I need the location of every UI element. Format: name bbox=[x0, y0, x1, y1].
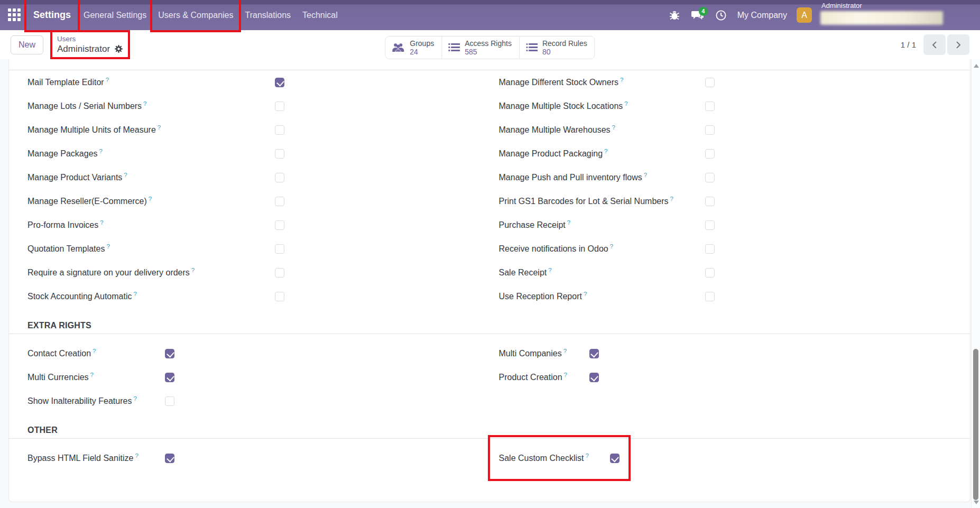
checkbox[interactable] bbox=[705, 173, 715, 182]
content-background: Mail Template Editor?Manage Lots / Seria… bbox=[0, 59, 980, 508]
field-label: Quotation Templates? bbox=[27, 243, 275, 254]
field-label: Manage Multiple Warehouses? bbox=[499, 124, 705, 135]
checkbox[interactable] bbox=[275, 292, 284, 301]
checkbox[interactable] bbox=[275, 125, 284, 135]
access-right-row: Pro-forma Invoices? bbox=[27, 213, 284, 237]
rights-section: Mail Template Editor?Manage Lots / Seria… bbox=[9, 70, 970, 308]
stat-label: Record Rules bbox=[542, 39, 587, 48]
checkbox[interactable] bbox=[610, 454, 620, 463]
nav-item-general-settings[interactable]: General Settings bbox=[78, 0, 152, 30]
help-question-icon: ? bbox=[567, 219, 570, 226]
field-label: Manage Multiple Stock Locations? bbox=[499, 100, 705, 111]
nav-item-settings[interactable]: Settings bbox=[26, 0, 78, 30]
checkbox[interactable] bbox=[705, 197, 715, 206]
stat-label: Access Rights bbox=[465, 39, 512, 48]
scrollbar-down-arrow-icon[interactable] bbox=[974, 501, 979, 504]
access-right-row: Manage Product Variants? bbox=[27, 165, 284, 189]
checkbox[interactable] bbox=[705, 149, 715, 159]
nav-item-technical[interactable]: Technical bbox=[297, 0, 344, 30]
access-right-row: Bypass HTML Field Sanitize? bbox=[27, 446, 174, 470]
checkbox[interactable] bbox=[705, 268, 715, 278]
section-title: EXTRA RIGHTS bbox=[9, 321, 970, 334]
checkbox[interactable] bbox=[705, 292, 715, 301]
checkbox[interactable] bbox=[275, 220, 284, 230]
help-question-icon: ? bbox=[106, 243, 109, 250]
help-question-icon: ? bbox=[612, 124, 615, 131]
field-label: Require a signature on your delivery ord… bbox=[27, 267, 275, 278]
checkbox[interactable] bbox=[165, 396, 174, 406]
rights-column-right: Sale Custom Checklist? bbox=[499, 446, 970, 470]
checkbox[interactable] bbox=[165, 454, 174, 463]
checkbox[interactable] bbox=[705, 244, 715, 254]
help-question-icon: ? bbox=[106, 77, 109, 83]
users-icon bbox=[392, 43, 405, 53]
field-label: Bypass HTML Field Sanitize? bbox=[27, 452, 165, 463]
help-question-icon: ? bbox=[158, 124, 161, 131]
debug-bug-icon[interactable] bbox=[665, 6, 683, 24]
nav-item-users-companies[interactable]: Users & Companies bbox=[152, 0, 239, 30]
checkbox[interactable] bbox=[705, 78, 715, 87]
breadcrumb: Users Administrator bbox=[54, 34, 126, 56]
access-right-row: Purchase Receipt? bbox=[499, 213, 715, 237]
field-label: Stock Accounting Automatic? bbox=[27, 291, 275, 301]
user-menu[interactable]: Administrator bbox=[820, 5, 943, 25]
new-button[interactable]: New bbox=[11, 35, 43, 54]
field-label: Manage Packages? bbox=[27, 148, 275, 159]
field-label: Multi Currencies? bbox=[27, 372, 165, 382]
help-question-icon: ? bbox=[99, 148, 103, 154]
checkbox[interactable] bbox=[275, 268, 284, 278]
list-icon bbox=[526, 43, 538, 52]
systray: 4 My Company A Administrator bbox=[665, 0, 980, 30]
stat-button-groups[interactable]: Groups 24 bbox=[385, 36, 441, 59]
help-question-icon: ? bbox=[585, 452, 588, 459]
nav-item-translations[interactable]: Translations bbox=[239, 0, 297, 30]
field-label: Use Reception Report? bbox=[499, 291, 705, 301]
access-right-row: Sale Custom Checklist? bbox=[499, 446, 620, 470]
checkbox[interactable] bbox=[705, 101, 715, 111]
scrollbar-up-arrow-icon[interactable] bbox=[974, 64, 979, 68]
checkbox[interactable] bbox=[275, 149, 284, 159]
company-switcher[interactable]: My Company bbox=[737, 11, 787, 20]
vertical-scrollbar[interactable] bbox=[971, 59, 980, 508]
field-label: Receive notifications in Odoo? bbox=[499, 243, 705, 254]
rights-column-right: Manage Different Stock Owners?Manage Mul… bbox=[499, 70, 970, 308]
checkbox[interactable] bbox=[589, 349, 599, 358]
checkbox[interactable] bbox=[275, 101, 284, 111]
breadcrumb-users-link[interactable]: Users bbox=[57, 35, 123, 43]
access-right-row: Manage Packages? bbox=[27, 142, 284, 165]
help-question-icon: ? bbox=[644, 172, 647, 178]
checkbox[interactable] bbox=[275, 173, 284, 182]
user-avatar[interactable]: A bbox=[797, 7, 812, 23]
activity-clock-icon[interactable] bbox=[712, 6, 730, 24]
checkbox[interactable] bbox=[165, 349, 174, 358]
checkbox[interactable] bbox=[165, 373, 174, 382]
stat-button-access-rights[interactable]: Access Rights 585 bbox=[441, 36, 519, 59]
rights-column-left: Bypass HTML Field Sanitize? bbox=[27, 446, 499, 470]
access-right-row: Use Reception Report? bbox=[499, 284, 715, 308]
list-icon bbox=[448, 43, 460, 52]
pager-previous-button[interactable] bbox=[923, 34, 946, 55]
help-question-icon: ? bbox=[133, 395, 136, 402]
stat-button-record-rules[interactable]: Record Rules 80 bbox=[519, 36, 595, 59]
checkbox[interactable] bbox=[275, 244, 284, 254]
field-label: Sale Receipt? bbox=[499, 267, 705, 278]
rights-section: EXTRA RIGHTSContact Creation?Multi Curre… bbox=[9, 321, 970, 413]
checkbox[interactable] bbox=[705, 125, 715, 135]
access-right-row: Manage Lots / Serial Numbers? bbox=[27, 94, 284, 118]
checkbox[interactable] bbox=[275, 78, 284, 87]
scrollbar-thumb[interactable] bbox=[973, 349, 978, 500]
apps-grid-icon[interactable] bbox=[8, 8, 22, 22]
field-label: Multi Companies? bbox=[499, 348, 589, 358]
checkbox[interactable] bbox=[275, 197, 284, 206]
help-question-icon: ? bbox=[548, 267, 551, 273]
field-label: Manage Push and Pull inventory flows? bbox=[499, 172, 705, 182]
pager-next-button[interactable] bbox=[947, 34, 969, 55]
redacted-user-name bbox=[820, 11, 943, 25]
rights-column-right: Multi Companies?Product Creation? bbox=[499, 341, 970, 413]
messages-icon[interactable]: 4 bbox=[689, 6, 707, 24]
rights-column-left: Contact Creation?Multi Currencies?Show I… bbox=[27, 341, 499, 413]
checkbox[interactable] bbox=[589, 373, 599, 382]
settings-gear-icon[interactable] bbox=[114, 44, 123, 53]
field-label: Manage Product Packaging? bbox=[499, 148, 705, 159]
checkbox[interactable] bbox=[705, 220, 715, 230]
